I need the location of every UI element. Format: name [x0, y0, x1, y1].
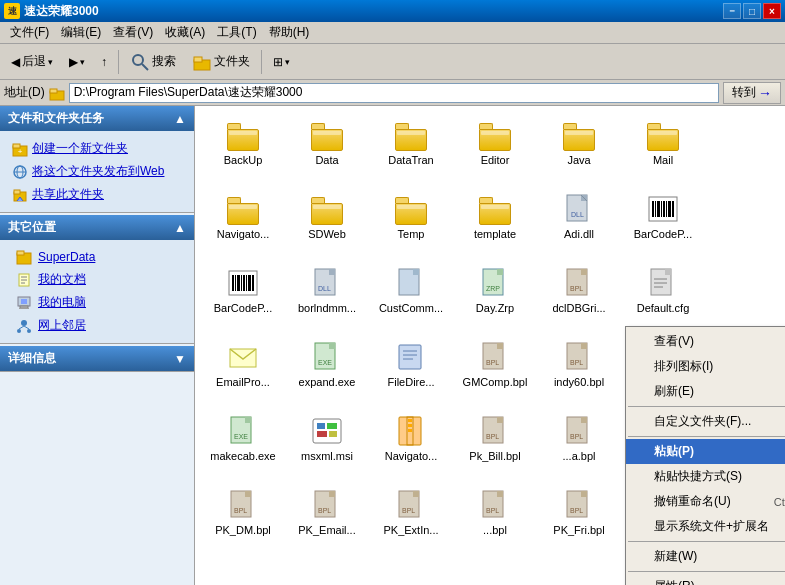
menu-tools[interactable]: 工具(T)	[211, 22, 262, 43]
list-item[interactable]: FileDire...	[371, 336, 451, 406]
list-item[interactable]: Navigato...	[371, 410, 451, 480]
list-item[interactable]: BPL PK_Fri.bpl	[539, 484, 619, 554]
ctx-refresh[interactable]: 刷新(E)	[626, 379, 785, 404]
svg-rect-85	[245, 417, 251, 423]
minimize-button[interactable]: －	[723, 3, 741, 19]
list-item[interactable]: DLL borlndmm...	[287, 262, 367, 332]
list-item[interactable]: Temp	[371, 188, 451, 258]
main-content: 文件和文件夹任务 ▲ + 创建一个新文件夹	[0, 106, 785, 585]
list-item[interactable]: Editor	[455, 114, 535, 184]
network-link[interactable]: 网上邻居	[8, 314, 186, 337]
ctx-undo-shortcut: Ctrl+Z	[774, 496, 785, 508]
list-item[interactable]: BPL GMComp.bpl	[455, 336, 535, 406]
list-item[interactable]: BPL ...a.bpl	[539, 410, 619, 480]
list-item[interactable]: Java	[539, 114, 619, 184]
list-item[interactable]: Data	[287, 114, 367, 184]
other-content: SuperData 我的文档	[0, 240, 194, 343]
details-header[interactable]: 详细信息 ▼	[0, 346, 194, 371]
ctx-customize[interactable]: 自定义文件夹(F)...	[626, 409, 785, 434]
file-name: expand.exe	[299, 376, 356, 389]
menu-favorites[interactable]: 收藏(A)	[159, 22, 211, 43]
file-name: PK_Fri.bpl	[553, 524, 604, 537]
maximize-button[interactable]: □	[743, 3, 761, 19]
list-item[interactable]: SDWeb	[287, 188, 367, 258]
menu-help[interactable]: 帮助(H)	[263, 22, 316, 43]
svg-line-1	[142, 64, 148, 70]
forward-button[interactable]: ▶ ▾	[62, 51, 92, 73]
list-item[interactable]: Default.cfg	[623, 262, 703, 332]
list-item[interactable]: Navigato...	[203, 188, 283, 258]
views-button[interactable]: ⊞ ▾	[266, 51, 297, 73]
list-item[interactable]: ZRP Day.Zrp	[455, 262, 535, 332]
list-item[interactable]: Mail	[623, 114, 703, 184]
bpl-file-icon-8: BPL	[227, 489, 259, 521]
search-button[interactable]: 搜索	[123, 48, 183, 76]
list-item[interactable]: BarCodeP...	[623, 188, 703, 258]
mycomputer-icon	[16, 295, 32, 311]
svg-text:BPL: BPL	[570, 433, 583, 440]
search-icon	[130, 52, 150, 72]
tasks-header[interactable]: 文件和文件夹任务 ▲	[0, 106, 194, 131]
go-button[interactable]: 转到 →	[723, 82, 781, 104]
list-item[interactable]: BPL indy60.bpl	[539, 336, 619, 406]
ctx-show-system[interactable]: 显示系统文件+扩展名	[626, 514, 785, 539]
ctx-separator-3	[628, 541, 785, 542]
publish-icon	[12, 164, 28, 180]
forward-dropdown-icon[interactable]: ▾	[80, 57, 85, 67]
share-folder-link[interactable]: 共享此文件夹	[8, 183, 186, 206]
ctx-arrange[interactable]: 排列图标(I) ▶	[626, 354, 785, 379]
mycomputer-link[interactable]: 我的电脑	[8, 291, 186, 314]
list-item[interactable]: msxml.msi	[287, 410, 367, 480]
close-button[interactable]: ×	[763, 3, 781, 19]
svg-text:BPL: BPL	[570, 285, 583, 292]
list-item[interactable]: BPL dclDBGri...	[539, 262, 619, 332]
svg-rect-36	[657, 201, 660, 217]
list-item[interactable]: CustComm...	[371, 262, 451, 332]
list-item[interactable]: BPL PK_Email...	[287, 484, 367, 554]
ctx-view[interactable]: 查看(V) ▶	[626, 329, 785, 354]
list-item[interactable]: BPL Pk_Bill.bpl	[455, 410, 535, 480]
go-arrow-icon: →	[758, 85, 772, 101]
back-dropdown-icon[interactable]: ▾	[48, 57, 53, 67]
ctx-paste-shortcut[interactable]: 粘贴快捷方式(S)	[626, 464, 785, 489]
list-item[interactable]: EXE makecab.exe	[203, 410, 283, 480]
up-button[interactable]: ↑	[94, 51, 114, 73]
ctx-paste[interactable]: 粘贴(P)	[626, 439, 785, 464]
list-item[interactable]: DataTran	[371, 114, 451, 184]
share-icon	[12, 187, 28, 203]
menu-view[interactable]: 查看(V)	[107, 22, 159, 43]
views-dropdown-icon[interactable]: ▾	[285, 57, 290, 67]
superdata-link[interactable]: SuperData	[8, 246, 186, 268]
list-item[interactable]: BPL ...bpl	[455, 484, 535, 554]
list-item[interactable]: template	[455, 188, 535, 258]
list-item[interactable]: EmailPro...	[203, 336, 283, 406]
ctx-properties[interactable]: 属性(R)	[626, 574, 785, 585]
ctx-new[interactable]: 新建(W) ▶	[626, 544, 785, 569]
list-item[interactable]: DLL Adi.dll	[539, 188, 619, 258]
folders-button[interactable]: 文件夹	[185, 48, 257, 76]
file-name: Mail	[653, 154, 673, 167]
create-folder-label: 创建一个新文件夹	[32, 140, 128, 157]
ctx-separator-4	[628, 571, 785, 572]
svg-text:BPL: BPL	[486, 507, 499, 514]
list-item[interactable]: BackUp	[203, 114, 283, 184]
menu-file[interactable]: 文件(F)	[4, 22, 55, 43]
file-name: Java	[567, 154, 590, 167]
address-input[interactable]	[69, 83, 719, 103]
list-item[interactable]: BPL PK_DM.bpl	[203, 484, 283, 554]
mydocs-link[interactable]: 我的文档	[8, 268, 186, 291]
svg-rect-71	[399, 345, 421, 369]
create-folder-link[interactable]: + 创建一个新文件夹	[8, 137, 186, 160]
back-button[interactable]: ◀ 后退 ▾	[4, 49, 60, 74]
ctx-undo[interactable]: 撤销重命名(U) Ctrl+Z	[626, 489, 785, 514]
other-header[interactable]: 其它位置 ▲	[0, 215, 194, 240]
svg-rect-90	[317, 431, 327, 437]
svg-rect-60	[581, 269, 587, 275]
list-item[interactable]: BPL PK_ExtIn...	[371, 484, 451, 554]
svg-rect-46	[241, 275, 242, 291]
list-item[interactable]: EXE expand.exe	[287, 336, 367, 406]
list-item[interactable]: BarCodeP...	[203, 262, 283, 332]
menu-edit[interactable]: 编辑(E)	[55, 22, 107, 43]
publish-folder-link[interactable]: 将这个文件夹发布到Web	[8, 160, 186, 183]
svg-rect-119	[581, 491, 587, 497]
